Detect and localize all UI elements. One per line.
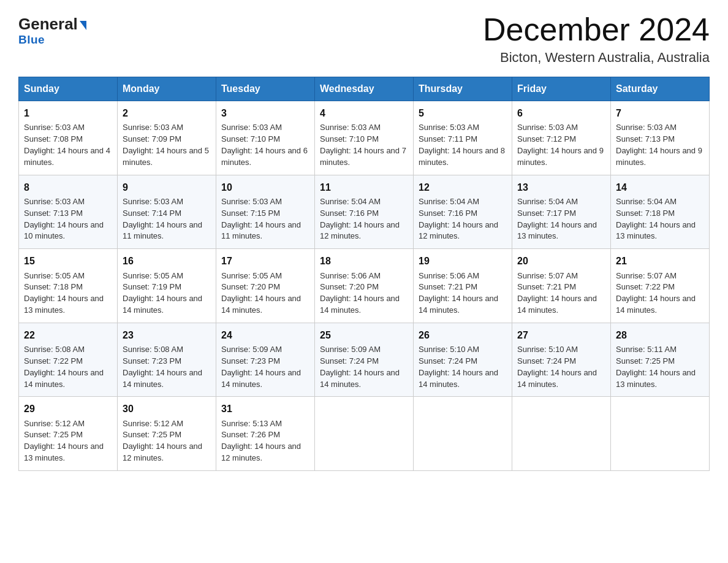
calendar-cell: 14 Sunrise: 5:04 AMSunset: 7:18 PMDaylig… bbox=[611, 175, 710, 249]
title-area: December 2024 Bicton, Western Australia,… bbox=[483, 12, 710, 66]
day-number: 5 bbox=[419, 106, 507, 120]
calendar-cell: 17 Sunrise: 5:05 AMSunset: 7:20 PMDaylig… bbox=[216, 249, 315, 323]
day-number: 31 bbox=[221, 402, 309, 416]
day-info: Sunrise: 5:13 AMSunset: 7:26 PMDaylight:… bbox=[221, 419, 301, 463]
calendar-cell: 12 Sunrise: 5:04 AMSunset: 7:16 PMDaylig… bbox=[414, 175, 512, 249]
week-row-2: 8 Sunrise: 5:03 AMSunset: 7:13 PMDayligh… bbox=[19, 175, 710, 249]
day-info: Sunrise: 5:03 AMSunset: 7:13 PMDaylight:… bbox=[24, 197, 104, 241]
day-info: Sunrise: 5:08 AMSunset: 7:22 PMDaylight:… bbox=[24, 345, 104, 389]
calendar-cell: 3 Sunrise: 5:03 AMSunset: 7:10 PMDayligh… bbox=[216, 101, 315, 175]
weekday-header-row: SundayMondayTuesdayWednesdayThursdayFrid… bbox=[19, 77, 710, 101]
day-info: Sunrise: 5:12 AMSunset: 7:25 PMDaylight:… bbox=[24, 419, 104, 463]
day-info: Sunrise: 5:08 AMSunset: 7:23 PMDaylight:… bbox=[123, 345, 202, 389]
day-number: 10 bbox=[221, 180, 309, 194]
day-number: 27 bbox=[517, 328, 605, 342]
day-info: Sunrise: 5:11 AMSunset: 7:25 PMDaylight:… bbox=[616, 345, 696, 389]
day-info: Sunrise: 5:03 AMSunset: 7:15 PMDaylight:… bbox=[221, 197, 301, 241]
day-info: Sunrise: 5:10 AMSunset: 7:24 PMDaylight:… bbox=[419, 345, 498, 389]
day-info: Sunrise: 5:03 AMSunset: 7:13 PMDaylight:… bbox=[616, 123, 702, 167]
logo-general-text: General bbox=[18, 15, 86, 33]
calendar-cell: 2 Sunrise: 5:03 AMSunset: 7:09 PMDayligh… bbox=[118, 101, 216, 175]
day-info: Sunrise: 5:03 AMSunset: 7:12 PMDaylight:… bbox=[517, 123, 604, 167]
day-info: Sunrise: 5:03 AMSunset: 7:14 PMDaylight:… bbox=[123, 197, 202, 241]
calendar-cell bbox=[512, 397, 611, 471]
day-number: 14 bbox=[616, 180, 704, 194]
logo-area: General Blue bbox=[18, 12, 86, 47]
day-info: Sunrise: 5:05 AMSunset: 7:19 PMDaylight:… bbox=[123, 271, 202, 315]
day-info: Sunrise: 5:06 AMSunset: 7:21 PMDaylight:… bbox=[419, 271, 498, 315]
day-info: Sunrise: 5:04 AMSunset: 7:17 PMDaylight:… bbox=[517, 197, 597, 241]
week-row-3: 15 Sunrise: 5:05 AMSunset: 7:18 PMDaylig… bbox=[19, 249, 710, 323]
day-number: 7 bbox=[616, 106, 704, 120]
day-info: Sunrise: 5:09 AMSunset: 7:24 PMDaylight:… bbox=[320, 345, 400, 389]
calendar-cell: 30 Sunrise: 5:12 AMSunset: 7:25 PMDaylig… bbox=[118, 397, 216, 471]
day-info: Sunrise: 5:03 AMSunset: 7:11 PMDaylight:… bbox=[419, 123, 505, 167]
calendar-cell: 6 Sunrise: 5:03 AMSunset: 7:12 PMDayligh… bbox=[512, 101, 611, 175]
day-number: 25 bbox=[320, 328, 408, 342]
day-number: 2 bbox=[123, 106, 211, 120]
day-number: 12 bbox=[419, 180, 507, 194]
day-number: 26 bbox=[419, 328, 507, 342]
day-number: 16 bbox=[123, 254, 211, 268]
calendar-cell: 19 Sunrise: 5:06 AMSunset: 7:21 PMDaylig… bbox=[414, 249, 512, 323]
day-number: 28 bbox=[616, 328, 704, 342]
calendar-cell: 23 Sunrise: 5:08 AMSunset: 7:23 PMDaylig… bbox=[118, 323, 216, 397]
calendar-cell: 31 Sunrise: 5:13 AMSunset: 7:26 PMDaylig… bbox=[216, 397, 315, 471]
day-number: 21 bbox=[616, 254, 704, 268]
day-number: 29 bbox=[24, 402, 112, 416]
calendar-cell: 10 Sunrise: 5:03 AMSunset: 7:15 PMDaylig… bbox=[216, 175, 315, 249]
weekday-header-sunday: Sunday bbox=[19, 77, 118, 101]
day-number: 8 bbox=[24, 180, 112, 194]
month-title: December 2024 bbox=[483, 12, 710, 47]
day-number: 4 bbox=[320, 106, 408, 120]
day-info: Sunrise: 5:07 AMSunset: 7:22 PMDaylight:… bbox=[616, 271, 696, 315]
calendar-cell: 5 Sunrise: 5:03 AMSunset: 7:11 PMDayligh… bbox=[414, 101, 512, 175]
weekday-header-tuesday: Tuesday bbox=[216, 77, 315, 101]
day-info: Sunrise: 5:06 AMSunset: 7:20 PMDaylight:… bbox=[320, 271, 400, 315]
day-number: 1 bbox=[24, 106, 112, 120]
week-row-5: 29 Sunrise: 5:12 AMSunset: 7:25 PMDaylig… bbox=[19, 397, 710, 471]
calendar-cell: 20 Sunrise: 5:07 AMSunset: 7:21 PMDaylig… bbox=[512, 249, 611, 323]
day-number: 6 bbox=[517, 106, 605, 120]
calendar-cell: 11 Sunrise: 5:04 AMSunset: 7:16 PMDaylig… bbox=[315, 175, 414, 249]
day-number: 19 bbox=[419, 254, 507, 268]
calendar-cell: 21 Sunrise: 5:07 AMSunset: 7:22 PMDaylig… bbox=[611, 249, 710, 323]
weekday-header-thursday: Thursday bbox=[414, 77, 512, 101]
weekday-header-saturday: Saturday bbox=[611, 77, 710, 101]
day-number: 24 bbox=[221, 328, 309, 342]
weekday-header-friday: Friday bbox=[512, 77, 611, 101]
calendar-cell: 9 Sunrise: 5:03 AMSunset: 7:14 PMDayligh… bbox=[118, 175, 216, 249]
calendar-table: SundayMondayTuesdayWednesdayThursdayFrid… bbox=[18, 77, 710, 471]
day-info: Sunrise: 5:04 AMSunset: 7:16 PMDaylight:… bbox=[419, 197, 498, 241]
calendar-cell bbox=[414, 397, 512, 471]
calendar-cell: 1 Sunrise: 5:03 AMSunset: 7:08 PMDayligh… bbox=[19, 101, 118, 175]
calendar-cell: 15 Sunrise: 5:05 AMSunset: 7:18 PMDaylig… bbox=[19, 249, 118, 323]
day-number: 20 bbox=[517, 254, 605, 268]
day-info: Sunrise: 5:03 AMSunset: 7:08 PMDaylight:… bbox=[24, 123, 110, 167]
calendar-cell: 4 Sunrise: 5:03 AMSunset: 7:10 PMDayligh… bbox=[315, 101, 414, 175]
day-info: Sunrise: 5:07 AMSunset: 7:21 PMDaylight:… bbox=[517, 271, 597, 315]
calendar-cell: 27 Sunrise: 5:10 AMSunset: 7:24 PMDaylig… bbox=[512, 323, 611, 397]
day-info: Sunrise: 5:05 AMSunset: 7:18 PMDaylight:… bbox=[24, 271, 104, 315]
calendar-cell bbox=[611, 397, 710, 471]
logo: General bbox=[18, 16, 86, 32]
weekday-header-wednesday: Wednesday bbox=[315, 77, 414, 101]
day-number: 15 bbox=[24, 254, 112, 268]
week-row-4: 22 Sunrise: 5:08 AMSunset: 7:22 PMDaylig… bbox=[19, 323, 710, 397]
calendar-cell: 24 Sunrise: 5:09 AMSunset: 7:23 PMDaylig… bbox=[216, 323, 315, 397]
logo-blue-text: Blue bbox=[18, 33, 45, 47]
calendar-cell bbox=[315, 397, 414, 471]
day-number: 18 bbox=[320, 254, 408, 268]
day-number: 11 bbox=[320, 180, 408, 194]
day-info: Sunrise: 5:09 AMSunset: 7:23 PMDaylight:… bbox=[221, 345, 301, 389]
calendar-cell: 13 Sunrise: 5:04 AMSunset: 7:17 PMDaylig… bbox=[512, 175, 611, 249]
day-info: Sunrise: 5:04 AMSunset: 7:18 PMDaylight:… bbox=[616, 197, 696, 241]
day-info: Sunrise: 5:03 AMSunset: 7:10 PMDaylight:… bbox=[221, 123, 308, 167]
day-number: 17 bbox=[221, 254, 309, 268]
day-info: Sunrise: 5:12 AMSunset: 7:25 PMDaylight:… bbox=[123, 419, 202, 463]
calendar-cell: 8 Sunrise: 5:03 AMSunset: 7:13 PMDayligh… bbox=[19, 175, 118, 249]
calendar-cell: 18 Sunrise: 5:06 AMSunset: 7:20 PMDaylig… bbox=[315, 249, 414, 323]
day-info: Sunrise: 5:03 AMSunset: 7:10 PMDaylight:… bbox=[320, 123, 406, 167]
calendar-cell: 26 Sunrise: 5:10 AMSunset: 7:24 PMDaylig… bbox=[414, 323, 512, 397]
calendar-cell: 28 Sunrise: 5:11 AMSunset: 7:25 PMDaylig… bbox=[611, 323, 710, 397]
